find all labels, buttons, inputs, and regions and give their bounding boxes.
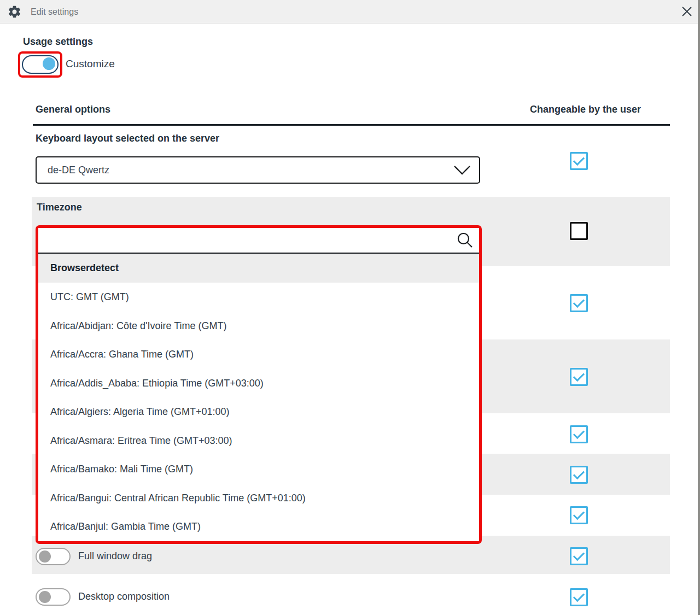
changeable-by-user-header: Changeable by the user [530, 104, 641, 115]
toggle-knob [43, 57, 55, 70]
changeable-checkbox[interactable] [570, 294, 588, 312]
check-icon [573, 468, 585, 479]
check-icon [573, 154, 585, 166]
changeable-checkbox[interactable] [570, 425, 588, 443]
keyboard-layout-value: de-DE Qwertz [48, 157, 109, 183]
titlebar: Edit settings [0, 0, 700, 24]
timezone-option[interactable]: Africa/Abidjan: Côte d'Ivoire Time (GMT) [38, 312, 479, 341]
search-icon [456, 231, 474, 250]
changeable-checkbox[interactable] [570, 466, 588, 484]
timezone-option[interactable]: Africa/Bamako: Mali Time (GMT) [38, 455, 479, 484]
timezone-dropdown-panel: Browserdetect UTC: GMT (GMT) Africa/Abid… [38, 228, 479, 541]
general-options-header: General options [36, 104, 110, 115]
timezone-option[interactable]: Africa/Addis_Ababa: Ethiopia Time (GMT+0… [38, 369, 479, 398]
customize-label: Customize [66, 58, 115, 70]
changeable-checkbox[interactable] [570, 506, 588, 524]
check-icon [573, 296, 585, 308]
toggle-knob [39, 591, 51, 603]
desktop-composition-toggle[interactable] [36, 588, 71, 606]
check-icon [573, 508, 585, 520]
chevron-down-icon [453, 165, 471, 175]
vertical-scrollbar[interactable] [698, 0, 700, 615]
header-divider [33, 124, 670, 126]
toggle-knob [39, 550, 51, 563]
changeable-checkbox-desktop-composition[interactable] [570, 588, 588, 606]
timezone-option[interactable]: Africa/Accra: Ghana Time (GMT) [38, 340, 479, 369]
timezone-search-input[interactable] [38, 228, 457, 253]
full-window-drag-label: Full window drag [78, 550, 152, 562]
changeable-checkbox-full-window-drag[interactable] [570, 547, 588, 565]
timezone-options-list: UTC: GMT (GMT) Africa/Abidjan: Côte d'Iv… [38, 283, 479, 541]
keyboard-layout-select[interactable]: de-DE Qwertz [36, 156, 480, 184]
close-icon[interactable] [680, 5, 693, 18]
timezone-option[interactable]: Africa/Banjul: Gambia Time (GMT) [38, 512, 479, 541]
timezone-option-selected[interactable]: Browserdetect [38, 254, 479, 283]
timezone-option[interactable]: Africa/Bangui: Central African Republic … [38, 484, 479, 513]
desktop-composition-label: Desktop composition [78, 591, 170, 602]
timezone-option[interactable]: Africa/Algiers: Algeria Time (GMT+01:00) [38, 397, 479, 426]
check-icon [573, 427, 585, 439]
timezone-label: Timezone [37, 202, 82, 213]
dialog-title: Edit settings [31, 0, 78, 24]
timezone-option[interactable]: UTC: GMT (GMT) [38, 283, 479, 312]
timezone-search-row [38, 228, 479, 253]
timezone-option[interactable]: Africa/Asmara: Eritrea Time (GMT+03:00) [38, 426, 479, 455]
check-icon [573, 549, 585, 561]
changeable-checkbox[interactable] [570, 368, 588, 386]
keyboard-layout-label: Keyboard layout selected on the server [36, 133, 219, 144]
changeable-checkbox-keyboard-layout[interactable] [570, 152, 588, 170]
changeable-checkbox-timezone[interactable] [570, 222, 588, 240]
full-window-drag-toggle[interactable] [36, 548, 71, 565]
gear-icon [7, 4, 22, 19]
usage-settings-heading: Usage settings [23, 36, 93, 48]
check-icon [573, 590, 585, 602]
edit-settings-dialog: Edit settings Usage settings Customize G… [0, 0, 700, 615]
customize-toggle[interactable] [22, 55, 59, 74]
check-icon [573, 370, 585, 382]
